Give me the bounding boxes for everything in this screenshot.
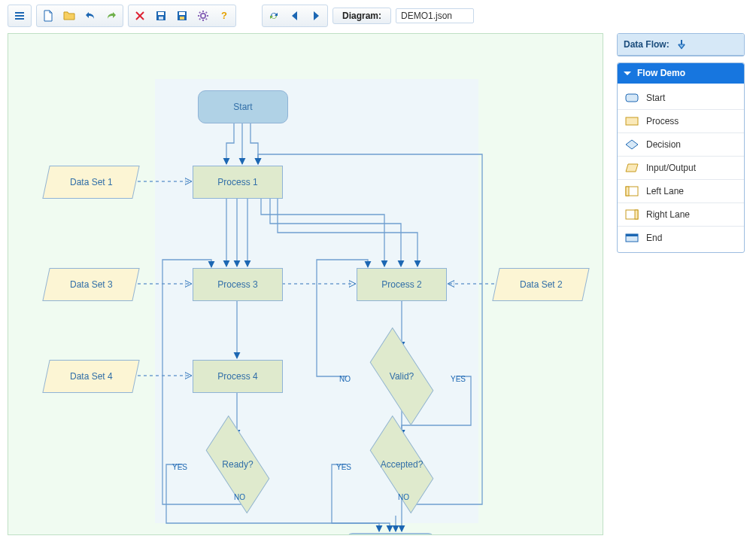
arrow-down-icon bbox=[676, 38, 688, 50]
palette-group-title: Flow Demo bbox=[637, 68, 685, 78]
toolbar: ? Diagram: DEMO1.json bbox=[8, 5, 748, 27]
decision-tag-yes: YES bbox=[336, 463, 351, 471]
menu-group bbox=[8, 5, 32, 27]
diagram-label-group: Diagram: bbox=[332, 8, 391, 24]
caret-down-icon bbox=[624, 72, 631, 75]
svg-rect-9 bbox=[179, 12, 185, 15]
io-shape-icon bbox=[625, 163, 639, 173]
palette-list: Start Process Decision Input/Output Left… bbox=[618, 84, 744, 252]
node-label: Data Set 1 bbox=[70, 177, 113, 187]
save-icon[interactable] bbox=[151, 7, 171, 25]
palette-item-label: Left Lane bbox=[646, 186, 684, 196]
palette-item-label: Right Lane bbox=[646, 209, 690, 220]
file-group bbox=[36, 5, 123, 27]
node-label: Process 2 bbox=[381, 279, 421, 290]
palette-item-start[interactable]: Start bbox=[618, 87, 744, 110]
node-process-1[interactable]: Process 1 bbox=[193, 166, 283, 199]
node-label: Process 1 bbox=[217, 177, 257, 187]
palette-item-label: Input/Output bbox=[646, 163, 696, 173]
svg-rect-24 bbox=[626, 187, 629, 196]
nav-group bbox=[262, 5, 328, 27]
palette-item-decision[interactable]: Decision bbox=[618, 133, 744, 157]
svg-rect-28 bbox=[626, 234, 638, 236]
decision-tag-no: NO bbox=[339, 375, 351, 383]
node-label: Accepted? bbox=[381, 459, 424, 470]
svg-rect-6 bbox=[158, 12, 164, 15]
diagram-filename[interactable]: DEMO1.json bbox=[396, 8, 474, 23]
palette-item-label: Decision bbox=[646, 139, 681, 150]
node-process-3[interactable]: Process 3 bbox=[193, 268, 283, 301]
node-process-4[interactable]: Process 4 bbox=[193, 360, 283, 393]
main: Start Process 1 Process 3 Process 2 Proc… bbox=[8, 33, 748, 535]
node-label: Process 3 bbox=[217, 279, 257, 290]
svg-line-16 bbox=[199, 12, 200, 13]
node-label: Valid? bbox=[390, 371, 414, 382]
decision-shape-icon bbox=[625, 139, 639, 150]
palette-item-process[interactable]: Process bbox=[618, 110, 744, 133]
svg-rect-21 bbox=[626, 94, 638, 102]
palette-item-io[interactable]: Input/Output bbox=[618, 157, 744, 180]
end-shape-icon bbox=[625, 233, 639, 243]
palette-item-end[interactable]: End bbox=[618, 227, 744, 249]
node-end[interactable]: End bbox=[345, 533, 436, 535]
start-shape-icon bbox=[625, 93, 639, 103]
palette-item-rightlane[interactable]: Right Lane bbox=[618, 203, 744, 227]
open-folder-icon[interactable] bbox=[59, 7, 79, 25]
node-data-3[interactable]: Data Set 3 bbox=[42, 268, 139, 301]
undo-icon[interactable] bbox=[80, 7, 100, 25]
node-label: Data Set 2 bbox=[520, 279, 563, 290]
svg-text:?: ? bbox=[221, 10, 227, 21]
dataflow-header[interactable]: Data Flow: bbox=[618, 34, 744, 56]
svg-rect-10 bbox=[180, 17, 184, 20]
node-decision-ready[interactable]: Ready? YES NO bbox=[181, 437, 294, 492]
palette: Data Flow: Flow Demo Start Process bbox=[617, 33, 745, 253]
decision-tag-no: NO bbox=[234, 493, 245, 501]
node-decision-accepted[interactable]: Accepted? YES NO bbox=[345, 437, 458, 492]
palette-item-label: Start bbox=[646, 93, 665, 103]
svg-point-11 bbox=[201, 14, 205, 18]
node-label: Ready? bbox=[222, 459, 253, 470]
rightlane-shape-icon bbox=[625, 209, 639, 220]
diagram-canvas[interactable]: Start Process 1 Process 3 Process 2 Proc… bbox=[8, 33, 603, 535]
edit-group: ? bbox=[128, 5, 236, 27]
process-shape-icon bbox=[625, 116, 639, 126]
svg-rect-7 bbox=[159, 17, 163, 20]
decision-tag-yes: YES bbox=[451, 375, 466, 383]
palette-group-header[interactable]: Flow Demo bbox=[618, 63, 744, 84]
refresh-icon[interactable] bbox=[264, 7, 284, 25]
decision-tag-yes: YES bbox=[172, 463, 187, 471]
node-start[interactable]: Start bbox=[198, 90, 288, 123]
svg-line-19 bbox=[206, 12, 207, 13]
node-data-4[interactable]: Data Set 4 bbox=[42, 360, 139, 393]
palette-item-label: End bbox=[646, 233, 662, 243]
palette-item-leftlane[interactable]: Left Lane bbox=[618, 180, 744, 203]
next-icon[interactable] bbox=[306, 7, 326, 25]
svg-line-18 bbox=[199, 19, 200, 20]
palette-group: Flow Demo Start Process Decision Input/ bbox=[617, 62, 745, 253]
node-label: Process 4 bbox=[217, 371, 257, 382]
menu-icon[interactable] bbox=[10, 7, 29, 25]
svg-rect-26 bbox=[635, 210, 638, 219]
node-data-2[interactable]: Data Set 2 bbox=[492, 268, 589, 301]
leftlane-shape-icon bbox=[625, 186, 639, 196]
node-label: Data Set 4 bbox=[70, 371, 113, 382]
node-process-2[interactable]: Process 2 bbox=[357, 268, 447, 301]
diagram-label: Diagram: bbox=[339, 11, 384, 21]
delete-icon[interactable] bbox=[130, 7, 150, 25]
redo-icon[interactable] bbox=[102, 7, 121, 25]
node-data-1[interactable]: Data Set 1 bbox=[42, 166, 139, 199]
node-label: Data Set 3 bbox=[70, 279, 113, 290]
node-label: Start bbox=[233, 102, 252, 112]
new-file-icon[interactable] bbox=[38, 7, 58, 25]
save-as-icon[interactable] bbox=[172, 7, 192, 25]
svg-line-17 bbox=[206, 19, 207, 20]
help-icon[interactable]: ? bbox=[214, 7, 234, 25]
prev-icon[interactable] bbox=[285, 7, 305, 25]
node-decision-valid[interactable]: Valid? NO YES bbox=[345, 349, 458, 403]
settings-icon[interactable] bbox=[193, 7, 213, 25]
svg-rect-22 bbox=[626, 117, 638, 125]
palette-item-label: Process bbox=[646, 116, 679, 126]
dataflow-label: Data Flow: bbox=[624, 39, 669, 50]
decision-tag-no: NO bbox=[398, 493, 409, 501]
